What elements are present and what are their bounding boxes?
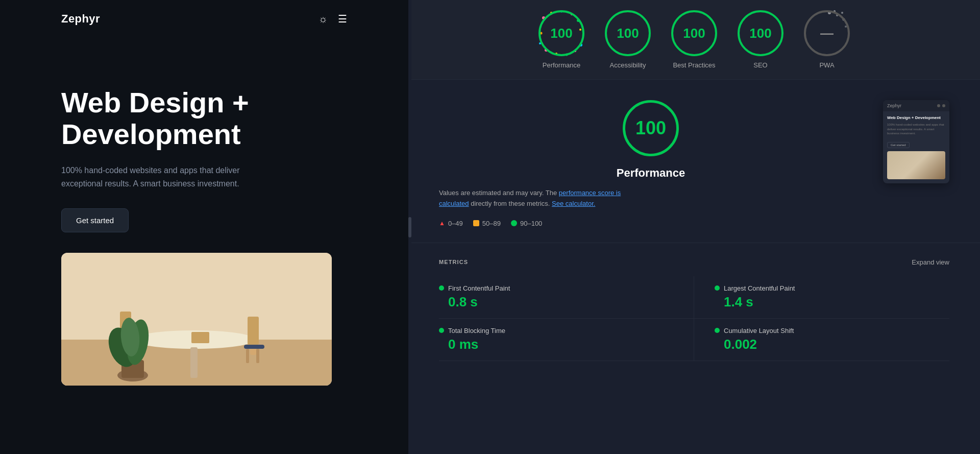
hero-subtitle: 100% hand-coded websites and apps that d… (61, 164, 276, 190)
browser-bar: Zephyr (883, 100, 949, 111)
menu-icon[interactable]: ☰ (338, 13, 347, 25)
metric-lcp-status (715, 285, 720, 291)
browser-content: Web Design + Development 100% hand-coded… (883, 111, 949, 183)
svg-rect-12 (246, 349, 249, 363)
browser-dot-2 (942, 104, 945, 107)
metric-cls-label: Cumulative Layout Shift (724, 327, 794, 334)
metric-item-cls: Cumulative Layout Shift 0.002 (694, 319, 949, 361)
browser-hero-text: 100% hand-coded websites and apps that d… (887, 123, 945, 135)
best-practices-score-circle: 100 (671, 10, 717, 56)
svg-rect-11 (244, 345, 264, 349)
sun-icon[interactable]: ☼ (318, 13, 328, 25)
metric-fcp-label: First Contentful Paint (448, 284, 510, 292)
svg-rect-10 (248, 317, 259, 345)
metric-item-fcp: First Contentful Paint 0.8 s (439, 276, 694, 319)
legend-fail-icon: ▲ (439, 220, 445, 227)
metric-cls-status (715, 328, 720, 333)
svg-rect-3 (190, 347, 198, 378)
svg-rect-14 (191, 332, 209, 343)
metric-tbt-label: Total Blocking Time (448, 327, 505, 334)
score-item-performance[interactable]: 100 Performance (538, 10, 584, 69)
metrics-section: METRICS Expand view First Contentful Pai… (408, 243, 980, 376)
metric-lcp-value: 1.4 s (715, 294, 949, 310)
metric-tbt-value: 0 ms (439, 337, 673, 352)
performance-score-circle: 100 (538, 10, 584, 56)
panel-divider (408, 0, 411, 454)
see-calculator-link[interactable]: See calculator. (552, 200, 595, 207)
browser-controls (937, 104, 945, 107)
score-item-best-practices[interactable]: 100 Best Practices (671, 10, 717, 69)
score-item-pwa[interactable]: — PWA (804, 10, 850, 69)
performance-desc-text1: Values are estimated and may vary. The (439, 189, 559, 197)
metric-tbt-name-row: Total Blocking Time (439, 327, 673, 334)
logo: Zephyr (61, 12, 100, 26)
hero-image-inner (61, 253, 332, 386)
pwa-score-label: PWA (819, 61, 834, 69)
score-item-seo[interactable]: 100 SEO (738, 10, 783, 69)
performance-detail-left: 100 Performance Values are estimated and… (439, 100, 863, 227)
metric-cls-name-row: Cumulative Layout Shift (715, 327, 949, 334)
score-legend: ▲ 0–49 50–89 90–100 (439, 220, 863, 227)
legend-fail-label: 0–49 (448, 220, 463, 227)
svg-point-37 (841, 12, 843, 14)
accessibility-score-circle: 100 (605, 10, 651, 56)
nav-icons: ☼ ☰ (318, 13, 347, 25)
performance-score-value: 100 (550, 26, 572, 41)
legend-average-icon (473, 220, 479, 226)
scores-section: 100 Performance 100 Accessibility 100 Be… (408, 0, 980, 80)
legend-average-label: 50–89 (482, 220, 501, 227)
hero-title: Web Design + Development (61, 87, 347, 150)
browser-bar-title: Zephyr (887, 103, 901, 108)
hero-content: Web Design + Development 100% hand-coded… (61, 87, 347, 232)
metric-fcp-name-row: First Contentful Paint (439, 284, 673, 292)
accessibility-score-label: Accessibility (610, 61, 646, 69)
hero-image (61, 253, 332, 386)
pwa-score-circle: — (804, 10, 850, 56)
metrics-section-label: METRICS (439, 259, 468, 265)
best-practices-score-value: 100 (683, 26, 705, 41)
expand-view-button[interactable]: Expand view (912, 258, 949, 266)
metric-fcp-status (439, 285, 444, 291)
metric-lcp-name-row: Largest Contentful Paint (715, 284, 949, 292)
metric-lcp-label: Largest Contentful Paint (724, 284, 795, 292)
seo-score-circle: 100 (738, 10, 783, 56)
accessibility-score-value: 100 (617, 26, 639, 41)
performance-detail-section: 100 Performance Values are estimated and… (408, 80, 980, 243)
pwa-score-value: — (820, 26, 834, 41)
legend-pass-icon (511, 220, 517, 226)
metric-fcp-value: 0.8 s (439, 294, 673, 310)
left-panel: Zephyr ☼ ☰ Web Design + Development 100%… (0, 0, 408, 454)
metric-item-tbt: Total Blocking Time 0 ms (439, 319, 694, 361)
svg-rect-13 (256, 349, 259, 363)
big-performance-circle: 100 (623, 100, 679, 156)
metrics-grid: First Contentful Paint 0.8 s Largest Con… (439, 276, 949, 361)
legend-item-pass: 90–100 (511, 220, 542, 227)
get-started-button[interactable]: Get started (61, 208, 129, 232)
performance-description: Values are estimated and may vary. The p… (439, 188, 633, 209)
best-practices-score-label: Best Practices (673, 61, 715, 69)
score-item-accessibility[interactable]: 100 Accessibility (605, 10, 651, 69)
legend-item-fail: ▲ 0–49 (439, 220, 463, 227)
metric-tbt-status (439, 328, 444, 333)
legend-item-average: 50–89 (473, 220, 501, 227)
metric-item-lcp: Largest Contentful Paint 1.4 s (694, 276, 949, 319)
seo-score-label: SEO (753, 61, 767, 69)
browser-dot-1 (937, 104, 940, 107)
performance-score-label: Performance (543, 61, 580, 69)
divider-handle (408, 217, 411, 237)
browser-cta-btn: Get started (887, 142, 910, 148)
seo-score-value: 100 (749, 26, 771, 41)
browser-hero-title: Web Design + Development (887, 115, 945, 121)
performance-detail-title: Performance (439, 166, 863, 180)
metrics-header: METRICS Expand view (439, 258, 949, 266)
browser-hero-image (887, 151, 945, 179)
performance-desc-text2: directly from these metrics. (469, 200, 552, 207)
metric-cls-value: 0.002 (715, 337, 949, 352)
navigation: Zephyr ☼ ☰ (61, 0, 347, 26)
legend-pass-label: 90–100 (520, 220, 542, 227)
big-performance-score: 100 (635, 117, 666, 139)
browser-mockup: Zephyr Web Design + Development 100% han… (883, 100, 949, 183)
right-panel: 100 Performance 100 Accessibility 100 Be… (408, 0, 980, 454)
